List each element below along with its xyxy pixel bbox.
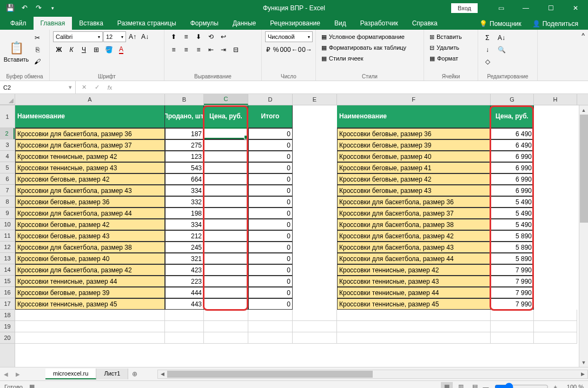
undo-icon[interactable]: ↶ <box>18 2 30 14</box>
cell-D1[interactable]: Итого <box>248 105 293 128</box>
cell-D5[interactable]: 0 <box>248 162 293 173</box>
cell-B2[interactable]: 187 <box>165 128 204 139</box>
cell-D2[interactable]: 0 <box>248 128 293 139</box>
cell-B5[interactable]: 543 <box>165 162 204 173</box>
cell-F1[interactable]: Наименование <box>337 105 491 128</box>
cell-B18[interactable] <box>165 310 204 321</box>
cell-D4[interactable]: 0 <box>248 151 293 162</box>
cell-A20[interactable] <box>15 332 165 344</box>
cell-H18[interactable] <box>534 310 577 321</box>
cell-G17[interactable]: 7 990 <box>491 298 534 310</box>
increase-decimal-icon[interactable]: ←0 <box>292 44 302 55</box>
select-all-corner[interactable] <box>0 94 15 105</box>
autosum-icon[interactable]: Σ <box>481 32 493 43</box>
tab-главная[interactable]: Главная <box>34 17 72 30</box>
row-header-11[interactable]: 11 <box>0 230 15 242</box>
decrease-decimal-icon[interactable]: 0→ <box>302 44 312 55</box>
row-header-8[interactable]: 8 <box>0 196 15 208</box>
cell-A12[interactable]: Кроссовки для баскетбола, размер 38 <box>15 242 165 253</box>
cell-F15[interactable]: Кроссовки теннисные, размер 43 <box>337 276 491 287</box>
cell-B12[interactable]: 245 <box>165 242 204 253</box>
cell-A7[interactable]: Кроссовки для баскетбола, размер 43 <box>15 185 165 196</box>
align-top-icon[interactable]: ⬆ <box>168 31 180 42</box>
login-button[interactable]: Вход <box>451 3 478 13</box>
cell-D19[interactable] <box>248 321 293 332</box>
horizontal-scrollbar[interactable]: ◀ ▶ <box>157 370 588 379</box>
merge-icon[interactable]: ⊟ <box>230 44 242 55</box>
sheet-next-icon[interactable]: ▶ <box>13 369 23 379</box>
tell-me[interactable]: 💡Помощник <box>474 18 527 30</box>
cell-F13[interactable]: Кроссовки для баскетбола, размер 44 <box>337 253 491 264</box>
decrease-indent-icon[interactable]: ⇤ <box>205 44 217 55</box>
cell-D10[interactable]: 0 <box>248 219 293 230</box>
delete-cells-button[interactable]: ⊟Удалить <box>427 42 474 53</box>
row-header-19[interactable]: 19 <box>0 321 15 332</box>
cell-G8[interactable]: 5 490 <box>491 196 534 208</box>
qat-customize-icon[interactable]: ▾ <box>47 2 58 14</box>
scroll-left-icon[interactable]: ◀ <box>158 370 167 378</box>
cell-G12[interactable]: 5 890 <box>491 242 534 253</box>
paste-button[interactable]: 📋 Вставить <box>3 31 29 72</box>
cell-B14[interactable]: 423 <box>165 264 204 276</box>
tab-разметка страницы[interactable]: Разметка страницы <box>110 17 183 30</box>
increase-font-icon[interactable]: A↑ <box>127 31 138 42</box>
cell-C2[interactable] <box>204 128 248 139</box>
cell-B17[interactable]: 443 <box>165 298 204 310</box>
name-box[interactable]: C2 ▾ <box>0 81 76 93</box>
cell-B9[interactable]: 198 <box>165 208 204 219</box>
cell-G19[interactable] <box>491 321 534 332</box>
cell-F5[interactable]: Кроссовки беговые, размер 41 <box>337 162 491 173</box>
cell-G3[interactable]: 6 490 <box>491 139 534 151</box>
sheet-tab-0[interactable]: microexcel.ru <box>45 369 96 379</box>
cell-B16[interactable]: 444 <box>165 287 204 298</box>
cell-B6[interactable]: 664 <box>165 173 204 185</box>
cell-G15[interactable]: 7 990 <box>491 276 534 287</box>
row-header-12[interactable]: 12 <box>0 242 15 253</box>
col-header-C[interactable]: C <box>204 94 248 105</box>
orientation-icon[interactable]: ⟲ <box>205 31 217 42</box>
cell-D6[interactable]: 0 <box>248 173 293 185</box>
cell-A6[interactable]: Кроссовки беговые, размер 42 <box>15 173 165 185</box>
cells[interactable]: НаименованиеПродано, шт.Цена, руб.ИтогоН… <box>15 105 588 367</box>
cell-B7[interactable]: 334 <box>165 185 204 196</box>
format-table-button[interactable]: ▦Форматировать как таблицу <box>319 42 420 53</box>
cell-D18[interactable] <box>248 310 293 321</box>
insert-cells-button[interactable]: ⊞Вставить <box>427 31 474 42</box>
name-box-dropdown-icon[interactable]: ▾ <box>69 84 72 91</box>
font-name-combo[interactable]: Calibri▾ <box>53 31 103 42</box>
cell-B11[interactable]: 212 <box>165 230 204 242</box>
cell-A5[interactable]: Кроссовки теннисные, размер 43 <box>15 162 165 173</box>
col-header-A[interactable]: A <box>15 94 165 105</box>
cell-G13[interactable]: 5 890 <box>491 253 534 264</box>
cell-A2[interactable]: Кроссовки для баскетбола, размер 36 <box>15 128 165 139</box>
align-left-icon[interactable]: ≡ <box>168 44 180 55</box>
zoom-slider[interactable] <box>494 383 549 389</box>
cell-G1[interactable]: Цена, руб. <box>491 105 534 128</box>
format-painter-icon[interactable]: 🖌 <box>31 56 43 67</box>
number-format-combo[interactable]: Числовой▾ <box>265 31 313 42</box>
font-size-combo[interactable]: 12▾ <box>103 31 126 42</box>
cut-icon[interactable]: ✂ <box>31 32 43 43</box>
cell-C19[interactable] <box>204 321 248 332</box>
row-header-7[interactable]: 7 <box>0 185 15 196</box>
cell-D20[interactable] <box>248 332 293 344</box>
cell-G5[interactable]: 6 990 <box>491 162 534 173</box>
tab-разработчик[interactable]: Разработчик <box>353 17 405 30</box>
cell-G7[interactable]: 6 990 <box>491 185 534 196</box>
cell-F17[interactable]: Кроссовки теннисные, размер 45 <box>337 298 491 310</box>
font-color-icon[interactable]: A <box>115 44 127 55</box>
insert-function-icon[interactable]: fx <box>104 82 116 93</box>
cell-A15[interactable]: Кроссовки теннисные, размер 44 <box>15 276 165 287</box>
cell-D7[interactable]: 0 <box>248 185 293 196</box>
row-header-6[interactable]: 6 <box>0 173 15 185</box>
col-header-D[interactable]: D <box>248 94 293 105</box>
currency-icon[interactable]: ₽ <box>265 44 272 55</box>
cell-A19[interactable] <box>15 321 165 332</box>
col-header-F[interactable]: F <box>337 94 491 105</box>
cell-C17[interactable] <box>204 298 248 310</box>
align-bottom-icon[interactable]: ⬇ <box>193 31 204 42</box>
cell-B15[interactable]: 223 <box>165 276 204 287</box>
cell-F9[interactable]: Кроссовки для баскетбола, размер 37 <box>337 208 491 219</box>
zoom-out-icon[interactable]: — <box>483 384 489 389</box>
tab-формулы[interactable]: Формулы <box>183 17 226 30</box>
